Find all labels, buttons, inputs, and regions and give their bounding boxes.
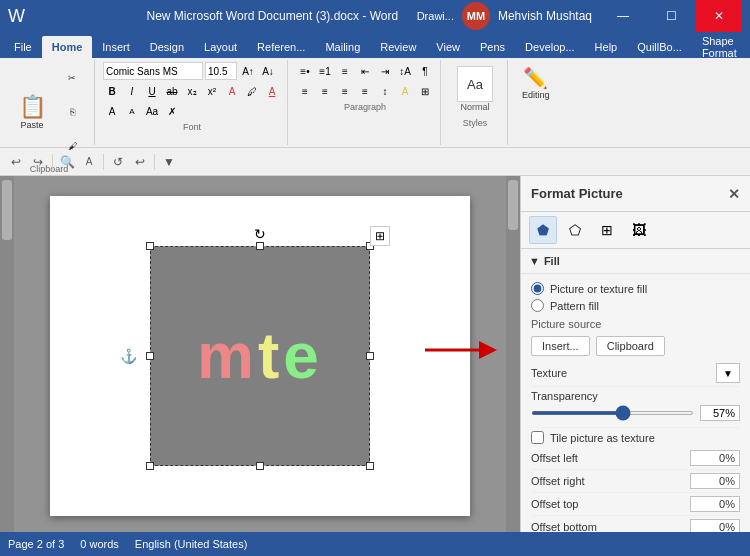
anchor-icon: ⚓ — [120, 348, 137, 364]
scrollbar-thumb[interactable] — [508, 180, 518, 230]
increase-indent-button[interactable]: ⇥ — [376, 62, 394, 80]
offset-bottom-input[interactable] — [690, 519, 740, 532]
tab-design[interactable]: Design — [140, 36, 194, 58]
justify-button[interactable]: ≡ — [356, 82, 374, 100]
font-color-button[interactable]: A — [263, 82, 281, 100]
maximize-button[interactable]: ☐ — [648, 0, 694, 32]
handle-top-middle[interactable] — [256, 242, 264, 250]
offset-bottom-row: Offset bottom — [531, 516, 740, 532]
superscript-button[interactable]: x² — [203, 82, 221, 100]
panel-tab-fill-line[interactable]: ⬟ — [529, 216, 557, 244]
fill-section-header[interactable]: ▼ Fill — [521, 249, 750, 274]
cut-button[interactable]: ✂ — [56, 62, 88, 94]
tile-checkbox-row: Tile picture as texture — [531, 428, 740, 447]
main-area: mte ↻ ⚓ ⊞ Format P — [0, 176, 750, 532]
picture-texture-fill-radio[interactable] — [531, 282, 544, 295]
search-button[interactable]: 🔍 — [57, 152, 77, 172]
editing-button[interactable]: ✏️ Editing — [516, 62, 556, 104]
selected-image-container[interactable]: mte ↻ ⚓ ⊞ — [150, 246, 370, 466]
handle-middle-left[interactable] — [146, 352, 154, 360]
offset-top-input[interactable] — [690, 496, 740, 512]
underline-button[interactable]: U — [143, 82, 161, 100]
document-area[interactable]: mte ↻ ⚓ ⊞ — [14, 176, 506, 532]
shading-button[interactable]: A — [396, 82, 414, 100]
strikethrough-button[interactable]: ab — [163, 82, 181, 100]
multilevel-list-button[interactable]: ≡ — [336, 62, 354, 80]
change-case-button[interactable]: Aa — [143, 102, 161, 120]
paste-button[interactable]: 📋 Paste — [10, 80, 54, 144]
decrease-indent-button[interactable]: ⇤ — [356, 62, 374, 80]
tab-review[interactable]: Review — [370, 36, 426, 58]
font-size-small-button[interactable]: A — [123, 102, 141, 120]
track-changes-button[interactable]: ↺ — [108, 152, 128, 172]
rotate-handle[interactable]: ↻ — [254, 226, 266, 242]
italic-button[interactable]: I — [123, 82, 141, 100]
offset-right-input[interactable] — [690, 473, 740, 489]
font-name-input[interactable] — [103, 62, 203, 80]
pattern-fill-radio[interactable] — [531, 299, 544, 312]
tab-insert[interactable]: Insert — [92, 36, 140, 58]
offset-right-label: Offset right — [531, 475, 585, 487]
tab-pens[interactable]: Pens — [470, 36, 515, 58]
subscript-button[interactable]: x₂ — [183, 82, 201, 100]
handle-bottom-middle[interactable] — [256, 462, 264, 470]
undo-button[interactable]: ↩ — [6, 152, 26, 172]
close-button[interactable]: ✕ — [696, 0, 742, 32]
tab-quillbot[interactable]: QuillBo... — [627, 36, 692, 58]
transparency-value-input[interactable] — [700, 405, 740, 421]
panel-close-button[interactable]: ✕ — [728, 186, 740, 202]
font-size-large-button[interactable]: A — [103, 102, 121, 120]
styles-button[interactable]: Aa Normal — [449, 62, 501, 116]
tab-shape-format[interactable]: Shape Format — [692, 36, 747, 58]
handle-middle-right[interactable] — [366, 352, 374, 360]
minimize-button[interactable]: — — [600, 0, 646, 32]
handle-bottom-left[interactable] — [146, 462, 154, 470]
clear-formatting-button[interactable]: ✗ — [163, 102, 181, 120]
text-highlight-button[interactable]: 🖊 — [243, 82, 261, 100]
panel-tab-picture[interactable]: 🖼 — [625, 216, 653, 244]
numbering-button[interactable]: ≡1 — [316, 62, 334, 80]
offset-bottom-label: Offset bottom — [531, 521, 597, 532]
handle-top-left[interactable] — [146, 242, 154, 250]
redo-button[interactable]: ↪ — [28, 152, 48, 172]
transparency-slider[interactable] — [531, 411, 694, 415]
tile-checkbox[interactable] — [531, 431, 544, 444]
panel-tab-layout[interactable]: ⊞ — [593, 216, 621, 244]
panel-tab-effects[interactable]: ⬠ — [561, 216, 589, 244]
left-scrollbar-thumb[interactable] — [2, 180, 12, 240]
align-right-button[interactable]: ≡ — [336, 82, 354, 100]
qa-more-button[interactable]: ▼ — [159, 152, 179, 172]
tab-view[interactable]: View — [426, 36, 470, 58]
tab-help[interactable]: Help — [585, 36, 628, 58]
decrease-font-button[interactable]: A↓ — [259, 62, 277, 80]
bold-button[interactable]: B — [103, 82, 121, 100]
copy-button[interactable]: ⎘ — [56, 96, 88, 128]
text-effects-button[interactable]: A — [223, 82, 241, 100]
increase-font-button[interactable]: A↑ — [239, 62, 257, 80]
borders-button[interactable]: ⊞ — [416, 82, 434, 100]
font-size-input[interactable] — [205, 62, 237, 80]
window-controls[interactable]: — ☐ ✕ — [600, 0, 742, 32]
clipboard-button[interactable]: Clipboard — [596, 336, 665, 356]
line-spacing-button[interactable]: ↕ — [376, 82, 394, 100]
tab-layout[interactable]: Layout — [194, 36, 247, 58]
show-hide-button[interactable]: ¶ — [416, 62, 434, 80]
theme-color-button[interactable]: A — [79, 152, 99, 172]
tab-home[interactable]: Home — [42, 36, 93, 58]
tab-references[interactable]: Referen... — [247, 36, 315, 58]
sort-button[interactable]: ↕A — [396, 62, 414, 80]
clipboard-section: 📋 Paste ✂ ⎘ 🖌 Clipboard — [4, 60, 95, 145]
offset-left-input[interactable] — [690, 450, 740, 466]
tab-mailing[interactable]: Mailing — [315, 36, 370, 58]
align-left-button[interactable]: ≡ — [296, 82, 314, 100]
undo2-button[interactable]: ↩ — [130, 152, 150, 172]
layout-options-button[interactable]: ⊞ — [370, 226, 390, 246]
insert-button[interactable]: Insert... — [531, 336, 590, 356]
tab-file[interactable]: File — [4, 36, 42, 58]
vertical-scrollbar[interactable] — [506, 176, 520, 532]
texture-button[interactable]: ▼ — [716, 363, 740, 383]
align-center-button[interactable]: ≡ — [316, 82, 334, 100]
tab-developer[interactable]: Develop... — [515, 36, 585, 58]
bullets-button[interactable]: ≡• — [296, 62, 314, 80]
handle-bottom-right[interactable] — [366, 462, 374, 470]
